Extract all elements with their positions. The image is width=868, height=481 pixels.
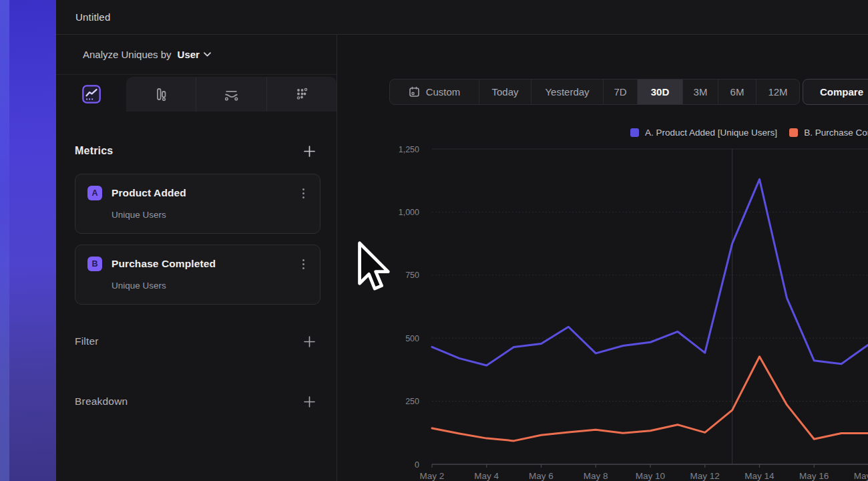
- plus-icon: [303, 395, 316, 408]
- svg-text:May 18: May 18: [854, 471, 868, 481]
- range-label: 7D: [614, 86, 626, 98]
- plus-icon: [303, 145, 316, 158]
- flows-icon: [222, 86, 240, 104]
- svg-text:1,250: 1,250: [399, 145, 419, 154]
- metric-badge-a: A: [87, 186, 102, 200]
- screen: Untitled Analyze Uniques by User: [0, 0, 868, 481]
- breakdown-title: Breakdown: [75, 395, 128, 408]
- compare-label: Compare: [820, 86, 863, 98]
- range-today[interactable]: Today: [479, 79, 531, 104]
- range-label: 3M: [694, 86, 708, 98]
- add-metric-button[interactable]: [300, 142, 318, 160]
- analyze-by-dropdown[interactable]: User: [178, 49, 211, 60]
- svg-text:500: 500: [405, 334, 419, 343]
- svg-text:May 4: May 4: [474, 471, 499, 481]
- add-breakdown-button[interactable]: [300, 393, 318, 410]
- plus-icon: [303, 335, 316, 348]
- metric-badge-b: B: [87, 257, 102, 271]
- report-title[interactable]: Untitled: [75, 11, 110, 23]
- filter-title: Filter: [75, 335, 99, 347]
- svg-text:1,000: 1,000: [399, 208, 419, 217]
- breakdown-row: Breakdown: [75, 393, 318, 410]
- range-yesterday[interactable]: Yesterday: [531, 79, 603, 104]
- range-label: 6M: [730, 86, 744, 98]
- bar-chart-icon: [152, 86, 170, 103]
- date-range-control: Custom Today Yesterday 7D 30D 3M 6M 12M: [389, 79, 800, 105]
- svg-text:May 10: May 10: [636, 471, 665, 481]
- report-canvas: Custom Today Yesterday 7D 30D 3M 6M 12M …: [337, 35, 868, 481]
- range-3m[interactable]: 3M: [682, 79, 718, 104]
- analyze-label: Analyze Uniques by: [83, 49, 172, 60]
- range-custom[interactable]: Custom: [390, 79, 479, 104]
- app-window: Untitled Analyze Uniques by User: [56, 0, 868, 481]
- tab-line-chart[interactable]: [75, 79, 108, 109]
- metric-name-b: Purchase Completed: [112, 258, 288, 270]
- top-bar: Untitled: [56, 0, 868, 35]
- analyze-row: Analyze Uniques by User: [56, 35, 337, 75]
- range-30d[interactable]: 30D: [637, 79, 682, 104]
- range-label: Custom: [426, 86, 461, 98]
- filter-row: Filter: [75, 333, 318, 350]
- metric-card-a[interactable]: A Product Added Unique Users: [75, 174, 320, 234]
- analyze-by-value: User: [178, 49, 200, 60]
- range-label: 30D: [651, 86, 670, 98]
- metric-subtitle-a: Unique Users: [112, 210, 309, 220]
- add-filter-button[interactable]: [300, 333, 318, 350]
- range-label: Yesterday: [545, 86, 589, 98]
- segmentation-icon: [293, 86, 310, 103]
- svg-text:May 8: May 8: [584, 471, 608, 481]
- calendar-icon: [409, 86, 420, 98]
- tab-segmentation[interactable]: [266, 77, 337, 112]
- svg-text:750: 750: [405, 271, 419, 280]
- chart-type-tabs: [56, 75, 337, 112]
- tab-flows[interactable]: [196, 77, 266, 112]
- range-6m[interactable]: 6M: [718, 79, 756, 104]
- metric-card-b[interactable]: B Purchase Completed Unique Users: [75, 245, 320, 305]
- range-label: 12M: [768, 86, 787, 98]
- svg-text:May 2: May 2: [420, 471, 445, 481]
- svg-text:May 6: May 6: [529, 471, 554, 481]
- compare-button[interactable]: Compare: [803, 79, 868, 105]
- svg-text:May 16: May 16: [799, 471, 829, 481]
- metrics-title: Metrics: [75, 145, 113, 157]
- svg-text:250: 250: [405, 397, 419, 406]
- metric-menu-b[interactable]: [297, 259, 309, 269]
- chevron-down-icon: [204, 52, 211, 57]
- svg-text:0: 0: [415, 460, 419, 470]
- tab-bar-chart[interactable]: [126, 77, 196, 112]
- metric-menu-a[interactable]: [297, 188, 309, 198]
- metric-subtitle-b: Unique Users: [112, 281, 309, 291]
- svg-text:May 12: May 12: [690, 471, 720, 481]
- background-gradient: [0, 0, 56, 481]
- tab-strip: [126, 77, 337, 112]
- sidebar: Analyze Uniques by User: [56, 35, 337, 481]
- range-label: Today: [491, 86, 518, 98]
- chart-svg: 02505007501,0001,250May 2May 4May 6May 8…: [337, 114, 868, 481]
- line-chart-icon: [81, 84, 101, 104]
- range-12m[interactable]: 12M: [756, 79, 799, 104]
- metrics-header: Metrics: [75, 142, 318, 160]
- line-chart[interactable]: 02505007501,0001,250May 2May 4May 6May 8…: [337, 114, 868, 481]
- svg-text:May 14: May 14: [744, 471, 775, 481]
- metric-name-a: Product Added: [112, 187, 288, 199]
- range-7d[interactable]: 7D: [603, 79, 637, 104]
